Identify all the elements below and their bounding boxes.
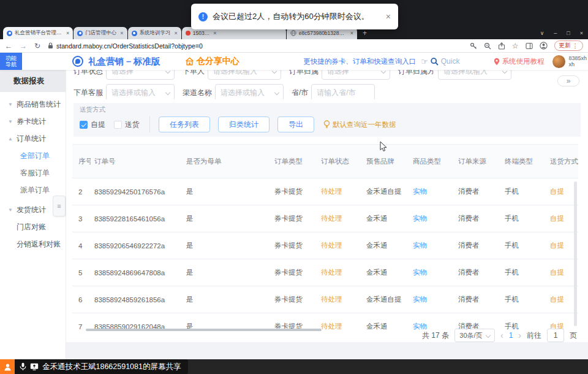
caret-down-icon: ▼ — [8, 119, 13, 124]
chrome-update-button[interactable]: 更新 ⋮ — [554, 40, 584, 51]
back-icon[interactable]: ← — [5, 42, 12, 50]
function-nav-button[interactable]: 功能 导航 — [0, 53, 22, 70]
quick-entry-tip: 更快捷的券卡、订单和快递查询入口 — [303, 57, 416, 66]
sidebar-item-label: 订单统计 — [17, 134, 46, 144]
checkbox-unchecked-icon[interactable] — [114, 121, 122, 129]
filter-label: 订单归属 — [289, 70, 318, 77]
pickup-checkbox[interactable]: 自提 — [80, 120, 105, 130]
caret-down-icon: ▼ — [8, 102, 13, 107]
table-row[interactable]: 283859294250176576a是券卡提货待处理金禾通自提实物消费者手机自… — [72, 178, 578, 205]
province-city-input[interactable] — [311, 84, 375, 99]
chevron-down-icon — [274, 90, 279, 95]
url-field[interactable]: standard.maboy.cn/OrderStatisticsDetail?… — [48, 42, 470, 50]
next-page-button[interactable]: › — [518, 330, 521, 340]
caret-down-icon: ▼ — [8, 207, 13, 213]
page-bottom-band — [66, 342, 588, 359]
expand-filters-button[interactable]: » — [557, 75, 579, 86]
sidebar-item-label: 券卡统计 — [17, 116, 46, 127]
col-header-order-type: 订单类型 — [271, 157, 317, 166]
update-label: 更新 — [559, 42, 571, 50]
service-agent-select[interactable]: 请选择或输入 — [106, 84, 175, 99]
col-header-brand: 预售品牌 — [363, 157, 409, 166]
table-row[interactable]: 583858924869647808a是券卡提货待处理金禾通实物消费者手机自提 — [72, 259, 578, 286]
table-row[interactable]: 483859206546922272a是券卡提货待处理金禾通实物消费者手机自提 — [72, 232, 578, 259]
checkbox-checked-icon[interactable] — [80, 121, 88, 129]
order-belonging-select[interactable]: 请选择 — [322, 70, 390, 80]
prev-page-button[interactable]: ‹ — [500, 330, 503, 340]
table-row[interactable]: 683858924859261856a是券卡提货待处理金禾通自提实物消费者手机自… — [72, 286, 578, 313]
toast-close-icon[interactable]: × — [386, 12, 391, 21]
app-title: 礼盒营销 – 标准版 — [88, 56, 160, 67]
col-header-seq: 序号 — [72, 157, 91, 166]
sidebar-item-coupon-stats[interactable]: ▼ 券卡统计 — [0, 113, 66, 130]
address-bar: ← → ↻ standard.maboy.cn/OrderStatisticsD… — [0, 39, 588, 53]
order-belonging-party-select[interactable]: 请选择或输入 — [438, 70, 511, 80]
user-avatar[interactable] — [552, 55, 565, 68]
quick-search-icon[interactable] — [431, 58, 439, 66]
filter-order-creator: 下单人 请选择或输入 — [183, 70, 281, 80]
tab-close-icon[interactable]: × — [350, 30, 353, 36]
vertical-scrollbar[interactable] — [574, 181, 577, 326]
filter-label: 下单客服 — [74, 88, 103, 98]
sidebar-collapse-handle[interactable]: ≡ — [53, 196, 66, 216]
mouse-cursor — [380, 141, 388, 152]
filter-order-belonging-party: 订单归属方 请选择或输入 — [398, 70, 511, 80]
delivery-method-label: 送货方式 — [80, 105, 575, 114]
filter-row-2: 下单客服 请选择或输入 渠道名称 请选择或输入 省/市 — [74, 84, 581, 99]
browser-tab-1[interactable]: 礼盒营销平台管理中心 × — [3, 27, 73, 39]
key-icon[interactable] — [470, 42, 477, 50]
chevron-down-icon — [165, 90, 170, 95]
browser-tab-2[interactable]: 门店管理中心 × — [74, 27, 127, 39]
forward-icon[interactable]: → — [20, 42, 27, 50]
menu-dots-icon: ⋮ — [573, 42, 579, 49]
table-row[interactable]: 383859228165461056a是券卡提货待处理金禾通实物消费者手机自提 — [72, 205, 578, 232]
sidebar-item-label: 发货统计 — [17, 205, 46, 215]
tab-close-icon[interactable]: × — [120, 30, 123, 36]
task-list-button[interactable]: 任务列表 — [159, 116, 210, 132]
export-button[interactable]: 导出 — [277, 116, 314, 132]
globe-icon — [290, 30, 296, 36]
user-name: 8385xh xh — [568, 55, 587, 67]
sidebar-item-store-reconciliation[interactable]: 门店对账 — [0, 218, 66, 235]
quick-label[interactable]: Quick — [441, 57, 460, 66]
window-close-button[interactable]: × — [580, 30, 583, 36]
sidebar-item-service-orders[interactable]: 客服订单 — [0, 164, 66, 181]
bookmark-star-icon[interactable]: ☆ — [512, 42, 519, 50]
sidebar-item-all-orders[interactable]: 全部订单 — [0, 147, 66, 164]
goto-page-input[interactable] — [547, 329, 564, 342]
tab-close-icon[interactable]: × — [213, 30, 216, 36]
window-minimize-button[interactable]: – — [554, 30, 557, 36]
url-text: standard.maboy.cn/OrderStatisticsDetail?… — [56, 42, 203, 50]
delivery-label: 送货 — [125, 120, 140, 130]
reload-icon[interactable]: ↻ — [34, 42, 40, 50]
horizontal-scrollbar[interactable] — [86, 329, 322, 331]
chevron-down-icon — [486, 333, 491, 338]
window-maximize-button[interactable]: □ — [567, 30, 570, 36]
filter-label: 订单状态 — [74, 70, 103, 77]
side-panel-icon[interactable] — [526, 42, 533, 50]
share-center-link[interactable]: 仓分享中心 — [185, 56, 239, 67]
current-page[interactable]: 1 — [509, 331, 513, 340]
filter-province-city: 省/市 — [292, 84, 375, 99]
tab-search-chevron-icon[interactable]: ∨ — [540, 30, 545, 36]
profile-icon[interactable] — [540, 42, 548, 50]
sidebar-item-rebate-reconciliation[interactable]: 分销返利对账 — [0, 235, 66, 253]
address-bar-actions: ☆ 更新 ⋮ — [470, 40, 583, 51]
tab-close-icon[interactable]: × — [175, 30, 178, 36]
sidebar-item-product-sales[interactable]: ▼ 商品销售统计 — [0, 96, 66, 113]
delivery-checkbox[interactable]: 送货 — [114, 120, 140, 130]
order-status-select[interactable]: 请选择 — [106, 70, 175, 80]
tab-close-icon[interactable]: × — [66, 30, 69, 36]
microphone-icon[interactable] — [20, 362, 26, 371]
tutorial-link[interactable]: 系统使用教程 — [494, 57, 544, 66]
share-icon[interactable] — [498, 42, 505, 50]
page-size-select[interactable]: 30条/页 — [454, 329, 495, 342]
zoom-icon[interactable] — [484, 42, 491, 50]
order-creator-select[interactable]: 请选择或输入 — [208, 70, 281, 80]
channel-name-select[interactable]: 请选择或输入 — [215, 84, 284, 99]
category-stats-button[interactable]: 归类统计 — [218, 116, 270, 132]
browser-tab-3[interactable]: 系统培训学习 × — [128, 27, 181, 39]
filter-label: 订单归属方 — [398, 70, 435, 77]
new-tab-button[interactable]: + — [363, 29, 367, 37]
sidebar-item-order-stats[interactable]: ▲ 订单统计 — [0, 130, 66, 147]
